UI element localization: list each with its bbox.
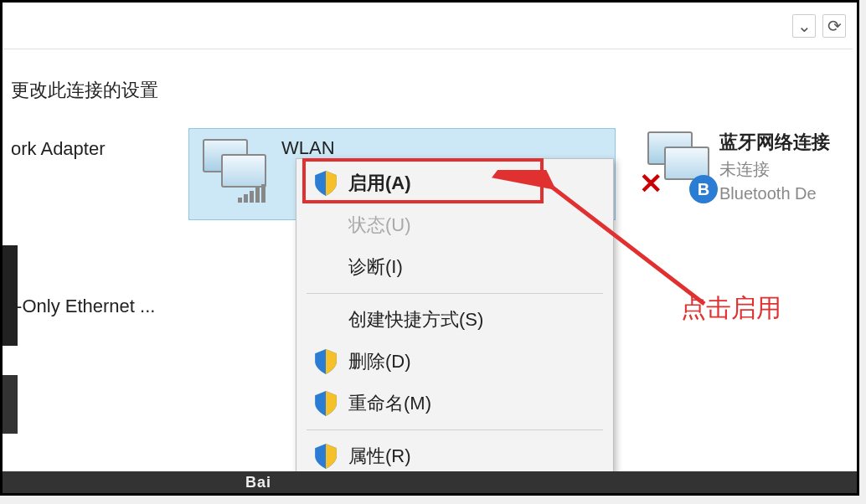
adapter-item-ork[interactable]: ork Adapter	[11, 138, 106, 160]
menu-item-enable[interactable]: 启用(A)	[296, 162, 613, 204]
bluetooth-icon: B	[689, 175, 718, 203]
shield-icon	[315, 444, 337, 469]
wifi-signal-icon	[238, 184, 265, 203]
menu-item-rename[interactable]: 重命名(M)	[296, 383, 613, 424]
menu-item-shortcut[interactable]: 创建快捷方式(S)	[296, 299, 613, 341]
taskbar-text: Bai	[245, 474, 271, 491]
network-adapter-icon	[198, 136, 275, 206]
adapter-status: 未连接	[719, 158, 830, 181]
refresh-button[interactable]: ⟳	[822, 14, 846, 38]
shield-icon	[315, 349, 337, 374]
adapter-name: WLAN	[281, 137, 335, 159]
dropdown-button[interactable]: ⌄	[792, 14, 816, 38]
background-strip	[3, 375, 18, 434]
menu-item-label: 诊断(I)	[348, 255, 403, 280]
adapter-name: ork Adapter	[11, 138, 106, 160]
menu-item-label: 属性(R)	[348, 444, 411, 469]
disconnected-x-icon: ✕	[639, 167, 662, 200]
menu-item-diagnose[interactable]: 诊断(I)	[296, 246, 613, 288]
shield-icon	[315, 391, 337, 416]
menu-item-delete[interactable]: 删除(D)	[296, 341, 613, 383]
menu-item-label: 启用(A)	[348, 171, 411, 196]
menu-item-label: 重命名(M)	[348, 391, 431, 416]
menu-item-label: 创建快捷方式(S)	[348, 307, 483, 332]
refresh-icon: ⟳	[827, 16, 842, 36]
menu-separator	[307, 293, 603, 294]
menu-item-status: 状态(U)	[296, 204, 613, 246]
chevron-down-icon: ⌄	[797, 16, 812, 36]
adapter-item-bluetooth[interactable]: ✕ B 蓝牙网络连接 未连接 Bluetooth De	[639, 130, 830, 205]
bluetooth-adapter-icon: ✕ B	[639, 130, 719, 205]
adapter-name: t-Only Ethernet ...	[11, 296, 155, 317]
taskbar: Bai	[3, 471, 857, 493]
window-frame: ⌄ ⟳ 更改此连接的设置 ork Adapter t-Only Ethernet…	[0, 0, 859, 496]
context-menu: 启用(A) 状态(U) 诊断(I) 创建快捷方式(S) 删除(D) 重命名(M)	[296, 158, 614, 481]
adapter-name: 蓝牙网络连接	[719, 130, 830, 155]
page-subtitle: 更改此连接的设置	[11, 78, 158, 103]
adapter-device: Bluetooth De	[719, 184, 830, 203]
adapter-item-host[interactable]: t-Only Ethernet ...	[11, 296, 155, 317]
background-strip	[3, 245, 18, 346]
shield-icon	[315, 171, 337, 196]
menu-item-label: 删除(D)	[348, 349, 411, 374]
menu-item-label: 状态(U)	[348, 213, 411, 238]
toolbar: ⌄ ⟳	[3, 3, 853, 49]
annotation-text: 点击启用	[681, 291, 781, 326]
menu-separator	[307, 429, 603, 430]
